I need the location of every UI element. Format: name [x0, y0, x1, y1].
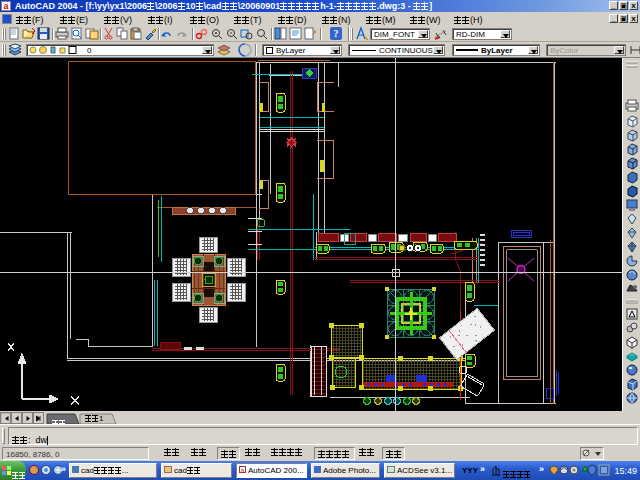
svg-text:?: ?	[334, 28, 339, 39]
